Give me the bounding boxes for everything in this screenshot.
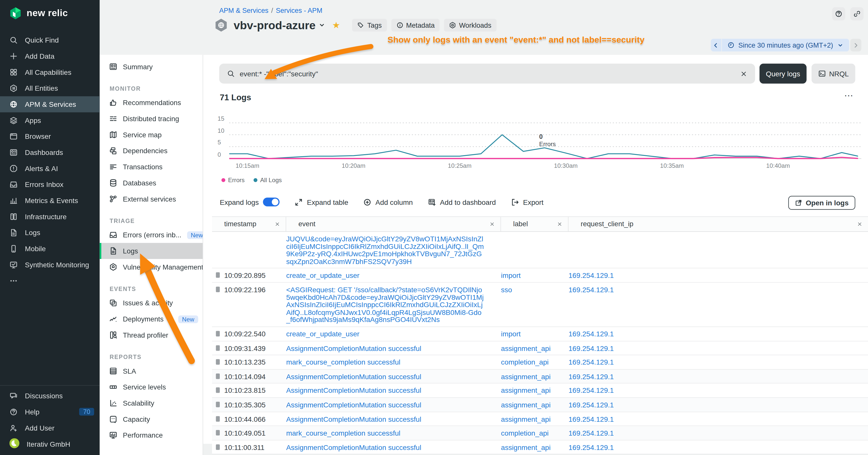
add-to-dashboard-button[interactable]: Add to dashboard <box>428 198 496 206</box>
sidebar-item-synthetic-monitoring[interactable]: Synthetic Monitoring <box>0 257 99 273</box>
expand-logs-toggle[interactable] <box>263 197 280 206</box>
subnav-item-service-levels[interactable]: Service levels <box>99 379 203 395</box>
sidebar-item-quick-find[interactable]: Quick Find <box>0 32 99 48</box>
sidebar-item-help[interactable]: Help70 <box>0 403 99 420</box>
event-link[interactable]: create_or_update_user <box>286 271 360 280</box>
event-link[interactable]: mark_course_completion successful <box>286 358 401 366</box>
sidebar-item-mobile[interactable]: Mobile <box>0 240 99 257</box>
ip-link[interactable]: 169.254.129.1 <box>568 429 614 437</box>
label-link[interactable]: assignment_api <box>501 387 551 395</box>
sidebar-item-discussions[interactable]: Discussions <box>0 388 99 404</box>
breadcrumb-apm-services[interactable]: APM & Services <box>219 6 269 14</box>
event-link[interactable]: AssignmentCompletionMutation successful <box>286 387 422 395</box>
workloads-button[interactable]: Workloads <box>444 19 496 32</box>
remove-column-icon[interactable] <box>557 222 562 227</box>
table-row[interactable]: 10:09:22.196<ASGIRequest: GET '/sso/call… <box>212 283 868 327</box>
event-link[interactable]: JUQVU&code=eyJraWQiOiJjcGltY29yZV8wOTI1M… <box>286 234 484 265</box>
ip-link[interactable]: 169.254.129.1 <box>568 443 614 452</box>
ip-link[interactable]: 169.254.129.1 <box>568 330 614 338</box>
copy-link-button[interactable] <box>850 7 864 21</box>
event-link[interactable]: AssignmentCompletionMutation successful <box>286 400 422 409</box>
label-link[interactable]: import <box>501 330 521 338</box>
table-row[interactable]: 10:09:31.439AssignmentCompletionMutation… <box>212 341 868 355</box>
log-query-bar[interactable]: event:* -"label":"security" <box>219 64 755 84</box>
subnav-item-dependencies[interactable]: Dependencies <box>99 143 203 159</box>
new-relic-logo[interactable]: new relic <box>0 0 99 20</box>
sidebar-item-apps[interactable]: Apps <box>0 112 99 129</box>
sidebar-item-add-user[interactable]: Add User <box>0 420 99 436</box>
remove-column-icon[interactable] <box>275 222 280 227</box>
label-link[interactable]: completion_api <box>501 429 549 437</box>
ip-link[interactable]: 169.254.129.1 <box>568 400 614 409</box>
sidebar-item-logs[interactable]: Logs <box>0 225 99 241</box>
query-logs-button[interactable]: Query logs <box>760 64 807 84</box>
event-link[interactable]: AssignmentCompletionMutation successful <box>286 443 422 452</box>
event-link[interactable]: AssignmentCompletionMutation successful <box>286 415 422 423</box>
open-in-logs-button[interactable]: Open in logs <box>788 196 856 210</box>
remove-column-icon[interactable] <box>490 222 495 227</box>
remove-column-icon[interactable] <box>857 222 863 227</box>
time-range-button[interactable]: Since 30 minutes ago (GMT+2) <box>722 39 849 52</box>
table-row[interactable]: 10:10:49.051mark_course_completion succe… <box>212 426 868 440</box>
sidebar-item-infrastructure[interactable]: Infrastructure <box>0 208 99 225</box>
help-button[interactable] <box>832 7 845 21</box>
table-row[interactable]: 10:10:13.235mark_course_completion succe… <box>212 355 868 369</box>
event-link[interactable]: AssignmentCompletionMutation successful <box>286 372 422 381</box>
sidebar-item-errors-inbox[interactable]: Errors Inbox <box>0 176 99 193</box>
table-row[interactable]: JUQVU&code=eyJraWQiOiJjcGltY29yZV8wOTI1M… <box>212 232 868 268</box>
label-link[interactable]: import <box>501 271 521 280</box>
breadcrumb-services-apm[interactable]: Services - APM <box>276 6 322 14</box>
ip-link[interactable]: 169.254.129.1 <box>568 358 614 366</box>
tags-button[interactable]: Tags <box>352 19 387 32</box>
ip-link[interactable]: 169.254.129.1 <box>568 387 614 395</box>
label-link[interactable]: sso <box>501 286 512 294</box>
event-link[interactable]: AssignmentCompletionMutation successful <box>286 344 422 352</box>
nrql-button[interactable]: NRQL <box>811 64 856 84</box>
subnav-item-transactions[interactable]: Transactions <box>99 159 203 175</box>
sidebar-item-alerts-ai[interactable]: Alerts & AI <box>0 161 99 176</box>
subnav-item-service-map[interactable]: Service map <box>99 127 203 143</box>
subnav-item-issues-activity[interactable]: Issues & activity <box>99 295 203 311</box>
event-link[interactable]: <ASGIRequest: GET '/sso/callback/?state=… <box>286 286 484 324</box>
ip-link[interactable]: 169.254.129.1 <box>568 415 614 423</box>
chart-menu-button[interactable]: ⋯ <box>844 90 854 101</box>
sidebar-item-metrics-events[interactable]: Metrics & Events <box>0 193 99 208</box>
subnav-item-summary[interactable]: Summary <box>99 59 203 75</box>
subnav-item-sla[interactable]: SLA <box>99 363 203 379</box>
sidebar-item-dashboards[interactable]: Dashboards <box>0 144 99 161</box>
label-link[interactable]: assignment_api <box>501 415 551 423</box>
legend-item-errors[interactable]: Errors <box>221 176 245 183</box>
subnav-item-errors-errors-inb[interactable]: Errors (errors inb...New <box>99 227 203 243</box>
sidebar-item-browser[interactable]: Browser <box>0 129 99 144</box>
sidebar-item-iterativ-gmbh[interactable]: Iterativ GmbH <box>0 436 99 452</box>
subnav-item-external-services[interactable]: External services <box>99 191 203 207</box>
add-column-button[interactable]: Add column <box>363 198 413 206</box>
subnav-item-scalability[interactable]: Scalability <box>99 395 203 411</box>
table-row[interactable]: 10:10:23.815AssignmentCompletionMutation… <box>212 384 868 398</box>
metadata-button[interactable]: Metadata <box>391 19 440 32</box>
query-input-value[interactable]: event:* -"label":"security" <box>240 69 740 78</box>
subnav-item-recommendations[interactable]: Recommendations <box>99 95 203 111</box>
label-link[interactable]: completion_api <box>501 358 549 366</box>
subnav-item-distributed-tracing[interactable]: Distributed tracing <box>99 110 203 127</box>
label-link[interactable]: assignment_api <box>501 344 551 352</box>
ip-link[interactable]: 169.254.129.1 <box>568 372 614 381</box>
table-row[interactable]: 10:10:14.094AssignmentCompletionMutation… <box>212 369 868 384</box>
table-row[interactable]: 10:10:35.305AssignmentCompletionMutation… <box>212 398 868 412</box>
sidebar-item-apm-services[interactable]: APM & Services <box>0 96 99 112</box>
sidebar-item-all-entities[interactable]: All Entities <box>0 80 99 96</box>
legend-item-all-logs[interactable]: All Logs <box>253 176 282 183</box>
label-link[interactable]: assignment_api <box>501 372 551 381</box>
table-row[interactable]: 10:09:22.540create_or_update_userimport1… <box>212 327 868 341</box>
ip-link[interactable]: 169.254.129.1 <box>568 344 614 352</box>
subnav-item-deployments[interactable]: DeploymentsNew <box>99 311 203 327</box>
subnav-item-databases[interactable]: Databases <box>99 175 203 191</box>
table-row[interactable]: 10:09:20.895create_or_update_userimport1… <box>212 268 868 283</box>
table-row[interactable]: 10:10:44.066AssignmentCompletionMutation… <box>212 412 868 426</box>
logs-timeseries-chart[interactable]: 0 Errors 10:15am10:20am10:25am10:30am10:… <box>229 113 861 170</box>
event-link[interactable]: mark_course_completion successful <box>286 429 401 437</box>
subnav-item-vulnerability-management[interactable]: Vulnerability Management <box>99 259 203 275</box>
sidebar-item-add-data[interactable]: Add Data <box>0 48 99 64</box>
subnav-item-performance[interactable]: Performance <box>99 427 203 444</box>
entity-chevron-down-icon[interactable] <box>318 22 326 29</box>
